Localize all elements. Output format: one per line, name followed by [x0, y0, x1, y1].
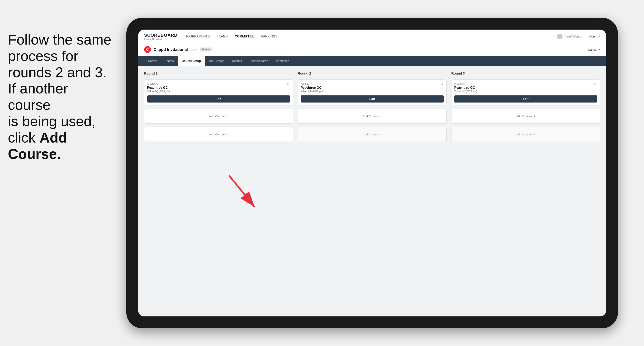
round-2-course-label: (Course A)	[301, 82, 444, 85]
round-3-add-course-label-2: Add Course	[516, 133, 532, 136]
nav-right: blair@clippd.io | Sign out	[557, 34, 600, 39]
nav-teams[interactable]: TEAMS	[217, 35, 228, 38]
tablet-device: SCOREBOARD Powered by clippd TOURNAMENTS…	[126, 18, 618, 328]
round-2-plus-icon-2: +	[380, 133, 382, 136]
instruction-line1: Follow the same	[8, 32, 111, 47]
round-3-course-details: Yellow (M) (6629 yds)	[454, 90, 597, 93]
tab-teams[interactable]: Teams	[161, 56, 178, 66]
user-avatar	[557, 34, 563, 39]
tab-results[interactable]: Results	[228, 56, 246, 66]
round-2-course-details: Yellow (M) (6629 yds)	[301, 90, 444, 93]
round-1-add-course-2[interactable]: Add Course +	[144, 127, 293, 142]
round-1-copy-icon[interactable]: ⧉	[286, 82, 290, 86]
round-2-column: Round 2 🗑 (Course A) Peachtree GC Yellow…	[298, 72, 446, 142]
cancel-icon: ×	[598, 48, 600, 51]
instruction-line3: rounds 2 and 3.	[8, 64, 106, 80]
nav-links: TOURNAMENTS TEAMS COMMITTEE RANKINGS	[186, 35, 278, 38]
round-1-course-details: Yellow (M) (6629 yds)	[147, 90, 290, 93]
round-1-plus-icon-2: +	[226, 133, 228, 136]
round-2-plus-icon-1: +	[380, 114, 382, 118]
main-content: Round 1 ⧉ (Course A) Peachtree GC Yellow…	[138, 66, 606, 317]
cancel-button[interactable]: Cancel ×	[588, 48, 600, 51]
round-1-course-label: (Course A)	[147, 82, 290, 85]
instruction-line2: process for	[8, 48, 78, 64]
tab-leaderboards[interactable]: Leaderboards	[246, 56, 272, 66]
rounds-grid: Round 1 ⧉ (Course A) Peachtree GC Yellow…	[144, 72, 600, 142]
round-3-plus-icon-1: +	[534, 114, 535, 118]
tab-printables[interactable]: Printables	[272, 56, 293, 66]
round-3-edit-button[interactable]: Edit	[454, 95, 597, 103]
round-3-title: Round 3	[451, 72, 600, 75]
round-2-add-course-1[interactable]: Add Course +	[298, 109, 446, 124]
separator: |	[586, 35, 586, 38]
round-3-add-course-label-1: Add Course	[516, 115, 532, 118]
round-1-title: Round 1	[144, 72, 293, 75]
round-1-course-name: Peachtree GC	[147, 86, 290, 90]
round-3-column: Round 3 🗑 (Course A) Peachtree GC Yellow…	[451, 72, 600, 142]
round-1-add-course-label-2: Add Course	[209, 133, 225, 136]
tab-details[interactable]: Details	[144, 56, 161, 66]
instruction-line5: is being used,	[8, 113, 96, 129]
hosting-badge: Hosting	[200, 47, 212, 51]
round-2-add-course-label-1: Add Course	[363, 115, 378, 118]
tournament-name: Clippd Invitational	[154, 47, 188, 52]
top-nav: SCOREBOARD Powered by clippd TOURNAMENTS…	[138, 29, 606, 43]
nav-committee[interactable]: COMMITTEE	[235, 35, 254, 38]
nav-tournaments[interactable]: TOURNAMENTS	[186, 35, 210, 38]
tabs-bar: Details Teams Course Setup Tee Groups Re…	[138, 56, 606, 66]
instruction-line4: If another course	[8, 81, 68, 113]
round-3-course-card: 🗑 (Course A) Peachtree GC Yellow (M) (66…	[451, 79, 600, 106]
round-2-course-name: Peachtree GC	[301, 86, 444, 90]
round-3-delete-icon[interactable]: 🗑	[593, 82, 598, 86]
round-1-add-course-1[interactable]: Add Course +	[144, 109, 293, 124]
instruction-line6: click	[8, 130, 40, 146]
round-3-add-course-2: Add Course +	[451, 127, 600, 142]
gender-badge: (Men)	[190, 48, 197, 51]
tab-course-setup[interactable]: Course Setup	[178, 56, 205, 66]
powered-by-text: Powered by clippd	[144, 38, 178, 40]
clippd-logo-icon: C	[144, 46, 151, 53]
round-3-course-label: (Course A)	[454, 82, 597, 85]
round-3-course-name: Peachtree GC	[454, 86, 597, 90]
logo-text: SCOREBOARD Powered by clippd	[144, 33, 178, 40]
instruction-text: Follow the same process for rounds 2 and…	[0, 31, 122, 162]
round-2-delete-icon[interactable]: 🗑	[440, 82, 444, 86]
round-1-column: Round 1 ⧉ (Course A) Peachtree GC Yellow…	[144, 72, 293, 142]
logo-area: SCOREBOARD Powered by clippd	[144, 33, 178, 40]
round-2-add-course-label-2: Add Course	[363, 133, 378, 136]
round-1-add-course-label-1: Add Course	[209, 115, 225, 118]
user-email: blair@clippd.io	[565, 35, 583, 38]
tab-tee-groups[interactable]: Tee Groups	[205, 56, 228, 66]
round-3-plus-icon-2: +	[534, 133, 535, 136]
round-2-edit-button[interactable]: Edit	[301, 95, 444, 103]
tournament-bar: C Clippd Invitational (Men) Hosting Canc…	[138, 43, 606, 56]
sign-out-link[interactable]: Sign out	[588, 35, 600, 38]
round-2-title: Round 2	[298, 72, 446, 75]
round-3-add-course-1[interactable]: Add Course +	[451, 109, 600, 124]
tablet-screen: SCOREBOARD Powered by clippd TOURNAMENTS…	[138, 29, 606, 317]
round-1-plus-icon-1: +	[226, 114, 228, 118]
round-1-edit-button[interactable]: Edit	[147, 95, 290, 103]
cancel-label: Cancel	[588, 48, 598, 51]
round-1-course-card: ⧉ (Course A) Peachtree GC Yellow (M) (66…	[144, 79, 293, 106]
round-2-add-course-2: Add Course +	[298, 127, 446, 142]
tournament-info: C Clippd Invitational (Men) Hosting	[144, 46, 212, 53]
scoreboard-logo: SCOREBOARD	[144, 33, 178, 38]
round-2-course-card: 🗑 (Course A) Peachtree GC Yellow (M) (66…	[298, 79, 446, 106]
nav-left: SCOREBOARD Powered by clippd TOURNAMENTS…	[144, 33, 278, 40]
nav-rankings[interactable]: RANKINGS	[261, 35, 278, 38]
